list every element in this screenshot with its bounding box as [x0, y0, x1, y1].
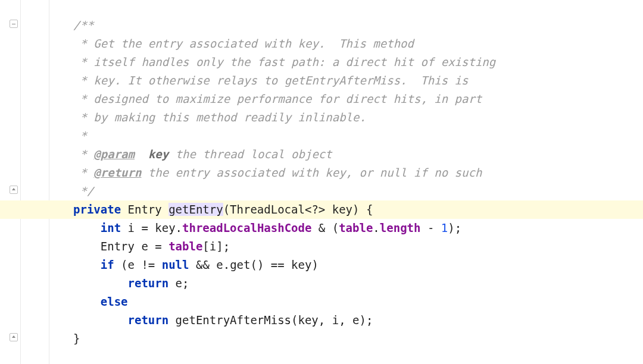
code-line-method-sig: private Entry getEntry(ThreadLocal<?> ke…	[73, 200, 643, 219]
javadoc-tag-param: @param	[93, 148, 135, 161]
code-line: *	[73, 127, 643, 145]
number-literal: 1	[441, 221, 448, 234]
code-line: }	[73, 330, 643, 348]
code-line: else	[73, 293, 643, 311]
keyword-else: else	[101, 295, 128, 308]
code-line: Entry e = table[i];	[73, 237, 643, 256]
javadoc-text: * Get the entry associated with key. Thi…	[73, 37, 414, 50]
javadoc-text: * by making this method readily inlinabl…	[73, 111, 366, 124]
code-line: * designed to maximize performance for d…	[73, 90, 643, 108]
fold-method-end[interactable]	[10, 333, 18, 341]
javadoc-param-name: key	[148, 148, 168, 161]
keyword-int: int	[101, 221, 121, 234]
field-ref: table	[339, 221, 373, 234]
javadoc-param-line: * @param key the thread local object	[73, 148, 332, 161]
code-editor[interactable]: /** * Get the entry associated with key.…	[51, 0, 643, 348]
javadoc-text: * key. It otherwise relays to getEntryAf…	[73, 74, 469, 87]
editor-gutter	[0, 0, 21, 364]
field-ref: threadLocalHashCode	[182, 221, 311, 234]
code-line: * Get the entry associated with key. Thi…	[73, 34, 643, 53]
field-ref: length	[380, 221, 421, 234]
javadoc-delim: /**	[73, 18, 93, 32]
javadoc-text: * designed to maximize performance for d…	[73, 92, 482, 105]
keyword-private: private	[73, 203, 121, 216]
code-line: * key. It otherwise relays to getEntryAf…	[73, 71, 643, 90]
javadoc-delim: */	[73, 184, 93, 197]
javadoc-tag-return: @return	[93, 166, 141, 179]
code-line: return getEntryAfterMiss(key, i, e);	[73, 311, 643, 330]
code-line: if (e != null && e.get() == key)	[73, 256, 643, 274]
method-name: getEntry	[168, 203, 223, 216]
field-ref: table	[168, 240, 202, 253]
keyword-if: if	[101, 258, 114, 271]
keyword-return: return	[128, 277, 169, 290]
fold-comment-end[interactable]	[10, 186, 18, 194]
code-line: */	[73, 182, 643, 200]
keyword-return: return	[128, 313, 169, 327]
fold-outer-up[interactable]	[10, 20, 18, 28]
code-line: * @return the entry associated with key,…	[73, 164, 643, 182]
brace-close: }	[73, 332, 80, 345]
javadoc-text: * itself handles only the fast path: a d…	[73, 55, 495, 68]
code-line: int i = key.threadLocalHashCode & (table…	[73, 219, 643, 237]
keyword-null: null	[162, 258, 189, 271]
code-line: * itself handles only the fast path: a d…	[73, 53, 643, 71]
code-line: return e;	[73, 274, 643, 293]
code-line: * @param key the thread local object	[73, 145, 643, 164]
javadoc-return-line: * @return the entry associated with key,…	[73, 166, 482, 179]
gutter-inner-divider	[49, 0, 49, 364]
javadoc-text: *	[73, 129, 87, 142]
code-line: /**	[73, 16, 643, 34]
code-line: * by making this method readily inlinabl…	[73, 108, 643, 127]
